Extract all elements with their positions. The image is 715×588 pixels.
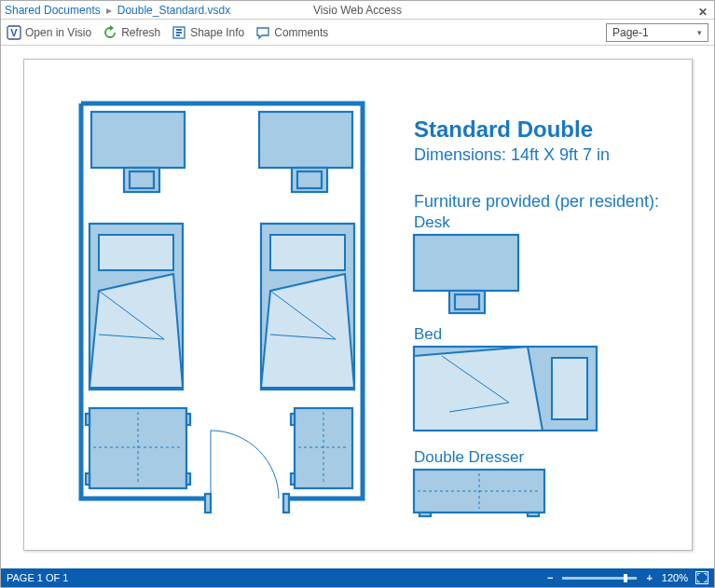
svg-rect-12 — [259, 112, 352, 168]
svg-rect-30 — [291, 473, 295, 485]
page-indicator: PAGE 1 OF 1 — [7, 572, 68, 583]
page-selector[interactable]: Page-1 ▾ — [606, 23, 708, 42]
refresh-label: Refresh — [121, 26, 160, 39]
zoom-level: 120% — [662, 572, 688, 583]
svg-rect-39 — [419, 513, 431, 516]
svg-rect-11 — [130, 171, 154, 188]
shape-info-button[interactable]: Shape Info — [172, 25, 244, 40]
left-dresser — [86, 408, 190, 488]
right-desk — [259, 112, 352, 192]
close-button[interactable]: ✕ — [695, 3, 710, 18]
legend-bed — [414, 347, 597, 431]
svg-rect-9 — [91, 112, 185, 168]
legend-dresser — [414, 470, 544, 516]
zoom-slider[interactable] — [562, 577, 637, 580]
svg-rect-3 — [176, 29, 182, 31]
drawing-canvas[interactable]: Standard Double Dimensions: 14ft X 9ft 7… — [1, 46, 714, 568]
breadcrumb-file[interactable]: Double_Standard.vsdx — [117, 1, 230, 20]
diagram-title: Standard Double — [414, 116, 593, 142]
left-desk — [91, 112, 185, 192]
svg-rect-33 — [455, 294, 479, 309]
refresh-icon — [103, 25, 117, 40]
furniture-heading: Furniture provided (per resident): — [414, 192, 659, 211]
legend-bed-label: Bed — [414, 325, 442, 343]
svg-rect-29 — [291, 414, 295, 425]
svg-rect-16 — [99, 235, 173, 270]
fit-to-window-button[interactable] — [695, 571, 708, 584]
svg-rect-24 — [186, 414, 190, 425]
legend-desk — [414, 235, 518, 313]
svg-rect-4 — [176, 32, 182, 34]
refresh-button[interactable]: Refresh — [103, 25, 160, 40]
toolbar: V Open in Visio Refresh Shape Info Comme… — [1, 20, 714, 46]
comments-label: Comments — [274, 26, 328, 39]
floorplan-svg: Standard Double Dimensions: 14ft X 9ft 7… — [24, 60, 694, 552]
open-in-visio-button[interactable]: V Open in Visio — [7, 25, 91, 40]
svg-rect-7 — [283, 494, 289, 513]
svg-rect-14 — [297, 171, 322, 188]
svg-text:V: V — [10, 27, 18, 38]
zoom-in-button[interactable]: + — [644, 572, 653, 583]
comments-icon — [255, 25, 270, 40]
svg-rect-25 — [186, 473, 190, 485]
visio-icon: V — [7, 25, 21, 40]
status-bar: PAGE 1 OF 1 − + 120% — [1, 568, 714, 587]
svg-rect-23 — [86, 473, 89, 485]
svg-rect-6 — [205, 494, 211, 513]
svg-rect-5 — [176, 34, 180, 36]
page-selector-value: Page-1 — [612, 26, 649, 39]
svg-rect-22 — [86, 414, 89, 425]
shape-info-label: Shape Info — [190, 26, 244, 39]
chevron-down-icon: ▾ — [697, 28, 702, 37]
title-bar: Shared Documents ▸ Double_Standard.vsdx … — [1, 1, 714, 20]
zoom-out-button[interactable]: − — [545, 572, 555, 583]
right-bed — [261, 224, 354, 390]
open-in-visio-label: Open in Visio — [25, 26, 91, 39]
breadcrumb-root[interactable]: Shared Documents — [5, 1, 101, 20]
comments-button[interactable]: Comments — [255, 25, 328, 40]
diagram-dimensions: Dimensions: 14ft X 9ft 7 in — [414, 145, 610, 164]
right-dresser — [291, 408, 352, 488]
breadcrumb: Shared Documents ▸ Double_Standard.vsdx — [5, 1, 230, 20]
shape-info-icon — [172, 25, 186, 40]
drawing-page: Standard Double Dimensions: 14ft X 9ft 7… — [23, 59, 693, 551]
svg-rect-40 — [528, 513, 539, 516]
legend-desk-label: Desk — [414, 213, 450, 231]
svg-rect-18 — [270, 235, 345, 270]
chevron-right-icon: ▸ — [106, 1, 112, 20]
svg-rect-31 — [414, 235, 518, 291]
svg-rect-35 — [552, 358, 587, 419]
legend-dresser-label: Double Dresser — [414, 448, 524, 466]
left-bed — [89, 224, 183, 390]
